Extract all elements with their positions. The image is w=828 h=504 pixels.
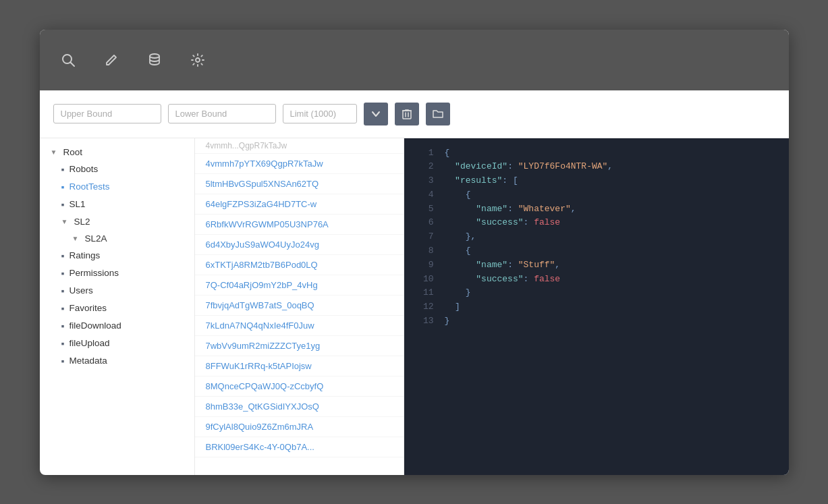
- list-item[interactable]: 7wbVv9umR2miZZZCTye1yg: [195, 336, 404, 356]
- sidebar-item-filedownload[interactable]: ▪ fileDownload: [40, 317, 194, 335]
- list-item[interactable]: 8hmB33e_QtKGSidIYXJOsQ: [195, 397, 404, 417]
- json-line: 5 "name": "Whatever",: [415, 202, 778, 217]
- settings-icon[interactable]: [186, 48, 210, 72]
- sidebar-item-metadata[interactable]: ▪ Metadata: [40, 352, 194, 370]
- sidebar-item-label: Users: [69, 285, 92, 296]
- toolbar: [40, 30, 789, 90]
- svg-line-1: [70, 62, 74, 66]
- json-line: 7 },: [415, 230, 778, 244]
- sidebar-item-label: RootTests: [69, 181, 109, 192]
- main-area: ▼ Root ▪ Robots ▪ RootTests ▪ SL1: [40, 90, 789, 475]
- folder-icon: ▪: [61, 181, 65, 192]
- sidebar-item-label: fileUpload: [69, 338, 109, 348]
- sidebar-item-label: Permissions: [69, 268, 119, 278]
- folder-icon: ▪: [61, 250, 65, 261]
- sidebar-item-roottests[interactable]: ▪ RootTests: [40, 178, 194, 196]
- sidebar-item-robots[interactable]: ▪ Robots: [40, 161, 194, 178]
- list-item[interactable]: 6xTKTjA8RM2tb7B6Pod0LQ: [195, 255, 404, 275]
- sidebar-item-fileupload[interactable]: ▪ fileUpload: [40, 335, 194, 352]
- limit-input[interactable]: [283, 104, 357, 123]
- json-line: 4 {: [415, 188, 778, 202]
- sidebar-item-users[interactable]: ▪ Users: [40, 282, 194, 300]
- sidebar-item-label: Ratings: [69, 250, 100, 260]
- json-line: 3 "results": [: [415, 174, 778, 188]
- json-line: 9 "name": "Stuff",: [415, 258, 778, 273]
- sidebar-item-permissions[interactable]: ▪ Permissions: [40, 264, 194, 282]
- folder-icon: ▪: [61, 303, 65, 314]
- content-area: ▼ Root ▪ Robots ▪ RootTests ▪ SL1: [40, 138, 789, 475]
- list-item[interactable]: 4vmmh7pYTX69QgpR7kTaJw: [195, 154, 404, 174]
- folder-icon: ▪: [61, 356, 65, 366]
- list-panel: 4vmmh...QgpR7kTaJw 4vmmh7pYTX69QgpR7kTaJ…: [195, 138, 404, 475]
- sidebar: ▼ Root ▪ Robots ▪ RootTests ▪ SL1: [40, 138, 195, 475]
- json-line: 2 "deviceId": "LYD7f6Fo4NTR-WA",: [415, 160, 778, 174]
- sidebar-item-sl2a[interactable]: ▼ SL2A: [40, 230, 194, 247]
- folder-icon: ▪: [61, 320, 65, 331]
- json-panel: 1 { 2 "deviceId": "LYD7f6Fo4NTR-WA", 3 "…: [404, 138, 789, 475]
- json-line: 12 ]: [415, 300, 778, 314]
- folder-icon: ▪: [61, 268, 65, 279]
- svg-rect-4: [403, 111, 411, 119]
- list-item[interactable]: 7kLdnA7NQ4qNxIe4fF0Juw: [195, 316, 404, 336]
- list-item[interactable]: 7fbvjqAdTgWB7atS_0oqBQ: [195, 296, 404, 316]
- list-item[interactable]: 64elgFZPS3iZaG4HD7TC-w: [195, 194, 404, 215]
- lower-bound-input[interactable]: [168, 104, 276, 123]
- folder-icon: ▪: [61, 285, 65, 296]
- list-item[interactable]: 6RbfkWVrRGWMP05U3NP76A: [195, 215, 404, 235]
- json-line: 6 "success": false: [415, 216, 778, 230]
- search-icon[interactable]: [56, 48, 80, 72]
- dropdown-button[interactable]: [364, 103, 388, 125]
- caret-down-icon: ▼: [61, 218, 68, 225]
- svg-point-2: [150, 54, 159, 58]
- sidebar-item-label: Metadata: [69, 356, 107, 366]
- list-item[interactable]: 7Q-Cf04aRjO9mY2bP_4vHg: [195, 275, 404, 296]
- sidebar-item-root[interactable]: ▼ Root: [40, 144, 194, 161]
- sidebar-item-sl2[interactable]: ▼ SL2: [40, 213, 194, 230]
- database-icon[interactable]: [142, 48, 167, 72]
- json-line: 8 {: [415, 244, 778, 258]
- sidebar-item-label: fileDownload: [69, 320, 121, 331]
- sidebar-item-label: SL2A: [84, 233, 107, 244]
- upper-bound-input[interactable]: [53, 104, 161, 123]
- sidebar-item-label: Root: [63, 147, 82, 157]
- list-item[interactable]: 9fCylAl8Quio9Z6Zm6mJRA: [195, 417, 404, 437]
- list-item[interactable]: 8FFWuK1rRRq-k5tAPIojsw: [195, 356, 404, 376]
- sidebar-item-label: SL2: [74, 217, 90, 227]
- sidebar-item-sl1[interactable]: ▪ SL1: [40, 196, 194, 213]
- folder-icon: ▪: [61, 164, 65, 175]
- delete-button[interactable]: [395, 103, 419, 125]
- sidebar-item-label: SL1: [69, 199, 85, 209]
- sidebar-item-label: Robots: [69, 164, 98, 174]
- sidebar-item-label: Favorites: [69, 303, 107, 313]
- svg-point-3: [196, 58, 200, 62]
- edit-icon[interactable]: [99, 48, 123, 72]
- sidebar-item-ratings[interactable]: ▪ Ratings: [40, 247, 194, 264]
- sidebar-item-favorites[interactable]: ▪ Favorites: [40, 300, 194, 317]
- list-item[interactable]: 5ltmHBvGSpul5XNSAn62TQ: [195, 174, 404, 194]
- json-line: 13 }: [415, 314, 778, 329]
- list-item[interactable]: 8MQnceCPQaWJ0Q-zCcbyfQ: [195, 376, 404, 397]
- folder-icon: ▪: [61, 199, 65, 210]
- filter-bar: [40, 90, 789, 138]
- caret-down-icon: ▼: [72, 235, 79, 242]
- list-item[interactable]: 6d4XbyJuS9aWO4UyJo24vg: [195, 235, 404, 255]
- json-line: 1 {: [415, 146, 778, 161]
- json-line: 11 }: [415, 286, 778, 300]
- caret-down-icon: ▼: [51, 148, 57, 156]
- json-line: 10 "success": false: [415, 273, 778, 287]
- folder-button[interactable]: [426, 103, 450, 125]
- list-item[interactable]: 4vmmh...QgpR7kTaJw: [195, 138, 404, 154]
- folder-icon: ▪: [61, 338, 65, 349]
- main-window: ▼ Root ▪ Robots ▪ RootTests ▪ SL1: [40, 30, 789, 475]
- list-item[interactable]: BRKl09erS4Kc-4Y-0Qb7A...: [195, 437, 404, 457]
